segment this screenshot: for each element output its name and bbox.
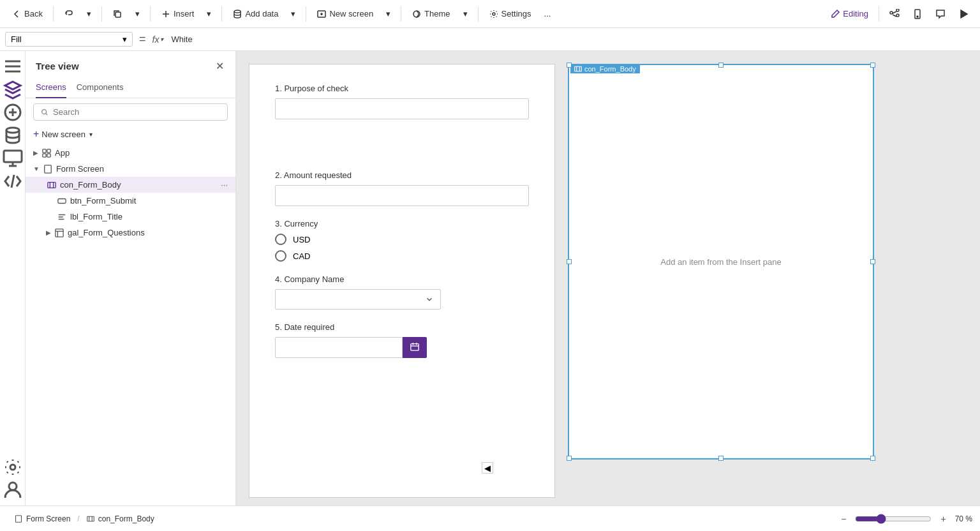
svg-point-11 (10, 465, 15, 470)
radio-cad[interactable]: CAD (275, 250, 529, 262)
svg-point-1 (234, 10, 241, 13)
svg-rect-21 (56, 228, 63, 236)
svg-point-4 (493, 13, 495, 15)
fx-label: fx ▾ (152, 34, 164, 45)
btn-submit-label: btn_Form_Submit (70, 196, 136, 206)
undo-button[interactable] (59, 6, 79, 22)
formula-value[interactable]: White (167, 33, 975, 46)
scroll-left-button[interactable]: ◀ (482, 462, 493, 474)
handle-bm[interactable] (718, 456, 724, 461)
radio-usd-label: USD (293, 235, 310, 244)
insert-chevron[interactable]: ▾ (202, 6, 216, 21)
radio-usd[interactable]: USD (275, 234, 529, 245)
add-icon-button[interactable] (3, 102, 23, 123)
play-button[interactable] (953, 6, 974, 22)
editing-button[interactable]: Editing (825, 6, 873, 22)
tab-components[interactable]: Components (77, 79, 124, 98)
zoom-controls: − + 70 % (837, 512, 972, 525)
new-screen-tree-button[interactable]: + New screen ▾ (26, 126, 235, 145)
monitor-icon-button[interactable] (3, 148, 23, 168)
date-input[interactable] (275, 337, 403, 358)
search-icon (40, 108, 49, 117)
divider1 (53, 6, 54, 22)
tree-item-btn-submit[interactable]: btn_Form_Submit (26, 193, 235, 209)
tree-item-gal-questions[interactable]: ▶ gal_Form_Questions (26, 225, 235, 241)
insert-button[interactable]: Insert (156, 6, 200, 22)
database-icon-button[interactable] (3, 125, 23, 146)
back-button[interactable]: Back (6, 6, 48, 22)
app-label: App (55, 148, 70, 158)
new-screen-button[interactable]: New screen (311, 6, 378, 22)
date-picker-button[interactable] (403, 337, 427, 358)
container-breadcrumb-icon (87, 515, 94, 523)
hamburger-icon-button[interactable] (3, 56, 23, 77)
svg-rect-16 (43, 153, 46, 156)
form-canvas[interactable]: 1. Purpose of check 2. Amount requested … (249, 64, 555, 498)
new-screen-chevron[interactable]: ▾ (381, 6, 396, 21)
handle-ml[interactable] (567, 259, 572, 264)
theme-button[interactable]: Theme (406, 6, 455, 22)
svg-rect-14 (43, 149, 46, 152)
field4-label: 4. Company Name (275, 274, 529, 284)
user-icon-button[interactable] (3, 480, 23, 500)
settings-icon-button[interactable] (3, 457, 23, 477)
tree-item-app[interactable]: ▶ App (26, 145, 235, 161)
settings-button[interactable]: Settings (484, 6, 537, 22)
svg-rect-24 (16, 515, 22, 522)
zoom-in-button[interactable]: + (937, 512, 949, 525)
svg-marker-7 (961, 10, 967, 18)
tree-item-lbl-title[interactable]: lbl_Form_Title (26, 209, 235, 225)
zoom-out-button[interactable]: − (837, 512, 850, 525)
tree-more-button[interactable]: ··· (221, 180, 228, 190)
container-label-badge: con_Form_Body (570, 64, 640, 73)
svg-point-13 (42, 109, 47, 114)
handle-tr[interactable] (870, 63, 875, 68)
tree-item-form-screen[interactable]: ▼ Form Screen (26, 161, 235, 177)
sidebar-icons (0, 51, 26, 505)
layers-icon-button[interactable] (3, 79, 23, 100)
tree-search (26, 98, 235, 126)
handle-tm[interactable] (718, 63, 724, 68)
tree-close-button[interactable]: ✕ (214, 59, 225, 73)
property-selector[interactable]: Fill ▾ (5, 32, 133, 47)
selected-container[interactable]: con_Form_Body Add an item from the Inser… (568, 64, 874, 460)
code-icon-button[interactable] (3, 171, 23, 191)
handle-bl[interactable] (567, 456, 572, 461)
zoom-slider[interactable] (855, 514, 932, 524)
undo-chevron[interactable]: ▾ (82, 6, 96, 21)
field2-input[interactable] (275, 185, 529, 206)
breadcrumb-form-screen[interactable]: Form Screen (8, 511, 77, 527)
gallery-icon (55, 228, 64, 237)
svg-rect-20 (58, 198, 66, 203)
company-dropdown[interactable] (275, 289, 441, 310)
more-button[interactable]: ... (539, 6, 556, 21)
share-button[interactable] (884, 6, 905, 22)
radio-usd-circle (275, 234, 286, 245)
breadcrumb-con-form-body[interactable]: con_Form_Body (80, 511, 161, 527)
date-input-wrap (275, 337, 529, 358)
comment-button[interactable] (930, 6, 951, 22)
copy-button[interactable] (107, 6, 128, 22)
field1-input[interactable] (275, 98, 529, 119)
currency-radio-group: USD CAD (275, 234, 529, 262)
add-data-chevron[interactable]: ▾ (286, 6, 301, 21)
handle-tl[interactable] (567, 63, 572, 68)
tree-item-con-form-body[interactable]: con_Form_Body ··· (26, 177, 235, 193)
tab-screens[interactable]: Screens (36, 79, 66, 98)
svg-rect-23 (575, 66, 582, 71)
add-data-button[interactable]: Add data (227, 6, 283, 22)
handle-mr[interactable] (870, 259, 875, 264)
insert-hint: Add an item from the Insert pane (660, 257, 781, 267)
svg-rect-19 (48, 182, 56, 188)
theme-chevron[interactable]: ▾ (458, 6, 473, 21)
svg-rect-17 (47, 153, 50, 156)
phone-button[interactable] (907, 6, 928, 22)
search-input[interactable] (53, 107, 221, 117)
screen-icon (43, 165, 52, 174)
toolbar: Back ▾ ▾ Insert ▾ Add data ▾ New screen … (0, 0, 980, 28)
canvas-area: 1. Purpose of check 2. Amount requested … (236, 51, 980, 505)
formula-bar: Fill ▾ = fx ▾ White (0, 28, 980, 51)
tree-header: Tree view ✕ (26, 51, 235, 79)
copy-chevron[interactable]: ▾ (130, 6, 145, 21)
handle-br[interactable] (870, 456, 875, 461)
